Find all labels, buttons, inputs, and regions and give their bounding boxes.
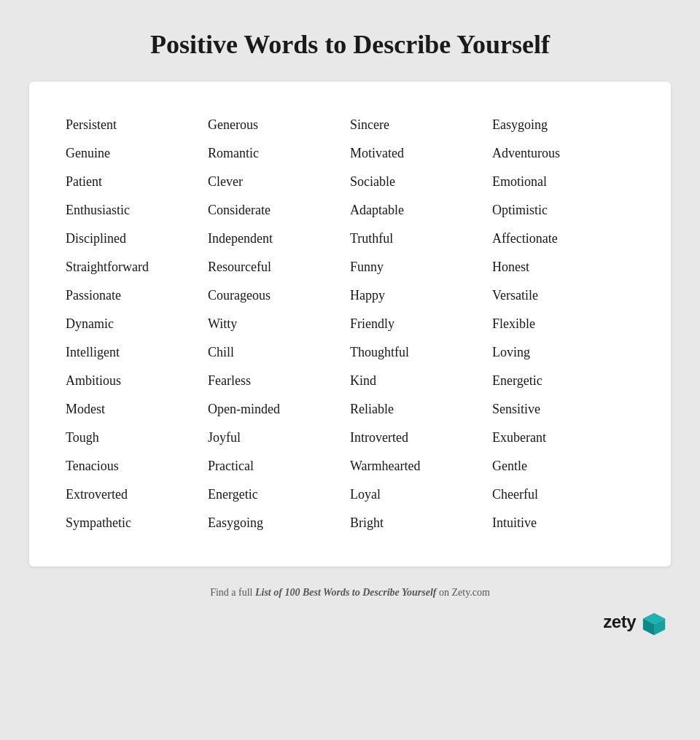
list-item: Chill (208, 338, 350, 367)
zety-logo: zety (29, 610, 671, 634)
page-title: Positive Words to Describe Yourself (150, 29, 550, 60)
list-item: Affectionate (492, 225, 634, 253)
list-item: Ambitious (66, 367, 208, 395)
list-item: Optimistic (492, 196, 634, 225)
list-item: Open-minded (208, 395, 350, 424)
list-item: Persistent (66, 111, 208, 139)
list-item: Emotional (492, 168, 634, 196)
list-item: Clever (208, 168, 350, 196)
footer-link-text[interactable]: List of 100 Best Words to Describe Yours… (255, 587, 437, 598)
list-item: Joyful (208, 424, 350, 452)
list-item: Thoughtful (350, 338, 492, 367)
list-item: Loyal (350, 480, 492, 509)
list-item: Introverted (350, 424, 492, 452)
list-item: Intelligent (66, 338, 208, 367)
words-card: PersistentGenerousSincereEasygoingGenuin… (29, 82, 671, 566)
list-item: Flexible (492, 310, 634, 338)
list-item: Motivated (350, 139, 492, 168)
list-item: Easygoing (492, 111, 634, 139)
list-item: Passionate (66, 281, 208, 310)
list-item: Practical (208, 452, 350, 480)
list-item: Energetic (208, 480, 350, 509)
list-item: Witty (208, 310, 350, 338)
list-item: Adaptable (350, 196, 492, 225)
list-item: Straightforward (66, 253, 208, 281)
words-grid: PersistentGenerousSincereEasygoingGenuin… (66, 111, 634, 537)
list-item: Generous (208, 111, 350, 139)
list-item: Fearless (208, 367, 350, 395)
list-item: Resourceful (208, 253, 350, 281)
list-item: Warmhearted (350, 452, 492, 480)
list-item: Sympathetic (66, 509, 208, 537)
list-item: Modest (66, 395, 208, 424)
list-item: Happy (350, 281, 492, 310)
list-item: Sociable (350, 168, 492, 196)
zety-cube-icon (640, 610, 664, 634)
list-item: Truthful (350, 225, 492, 253)
list-item: Loving (492, 338, 634, 367)
list-item: Exuberant (492, 424, 634, 452)
list-item: Independent (208, 225, 350, 253)
list-item: Versatile (492, 281, 634, 310)
list-item: Kind (350, 367, 492, 395)
list-item: Adventurous (492, 139, 634, 168)
list-item: Enthusiastic (66, 196, 208, 225)
list-item: Honest (492, 253, 634, 281)
list-item: Romantic (208, 139, 350, 168)
list-item: Extroverted (66, 480, 208, 509)
footer-text-before: Find a full (210, 587, 255, 598)
list-item: Intuitive (492, 509, 634, 537)
list-item: Easygoing (208, 509, 350, 537)
list-item: Tenacious (66, 452, 208, 480)
list-item: Disciplined (66, 225, 208, 253)
zety-logo-text: zety (603, 612, 636, 632)
list-item: Courageous (208, 281, 350, 310)
list-item: Funny (350, 253, 492, 281)
list-item: Patient (66, 168, 208, 196)
list-item: Gentle (492, 452, 634, 480)
list-item: Sensitive (492, 395, 634, 424)
footer-text-after: on Zety.com (437, 587, 490, 598)
list-item: Energetic (492, 367, 634, 395)
list-item: Sincere (350, 111, 492, 139)
list-item: Considerate (208, 196, 350, 225)
list-item: Friendly (350, 310, 492, 338)
list-item: Genuine (66, 139, 208, 168)
list-item: Cheerful (492, 480, 634, 509)
list-item: Dynamic (66, 310, 208, 338)
list-item: Reliable (350, 395, 492, 424)
list-item: Tough (66, 424, 208, 452)
footer: Find a full List of 100 Best Words to De… (210, 587, 490, 599)
list-item: Bright (350, 509, 492, 537)
